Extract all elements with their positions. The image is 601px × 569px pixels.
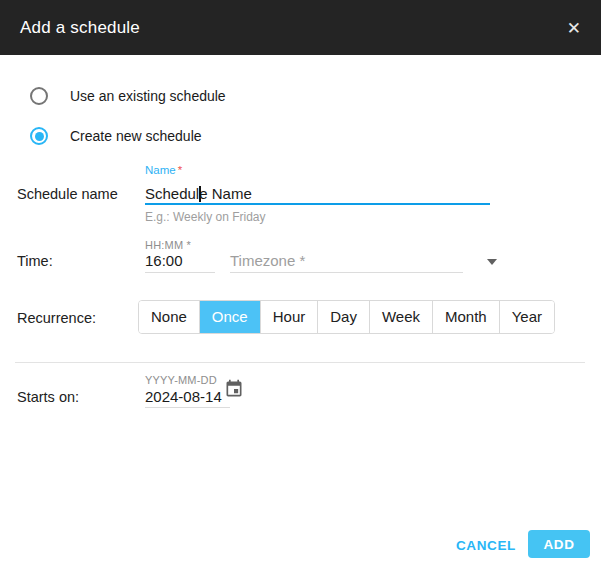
start-date-input[interactable]: 2024-08-14 [145, 388, 222, 405]
schedule-name-row-label: Schedule name [17, 186, 118, 202]
recurrence-option-month[interactable]: Month [433, 301, 500, 333]
date-format-label: YYYY-MM-DD [145, 374, 217, 386]
radio-label: Create new schedule [70, 128, 202, 144]
recurrence-option-day[interactable]: Day [318, 301, 370, 333]
radio-unselected-icon[interactable] [30, 87, 48, 105]
recurrence-button-group: None Once Hour Day Week Month Year [138, 300, 555, 334]
hhmm-field-label: HH:MM * [145, 239, 191, 251]
time-input-underline [145, 272, 215, 273]
recurrence-option-once[interactable]: Once [200, 301, 261, 333]
close-icon[interactable]: ✕ [563, 15, 585, 40]
date-input-underline [145, 407, 230, 408]
radio-label: Use an existing schedule [70, 88, 226, 104]
radio-use-existing-schedule[interactable]: Use an existing schedule [30, 87, 226, 105]
timezone-underline [230, 272, 463, 273]
calendar-icon[interactable] [224, 379, 244, 399]
dialog-header: Add a schedule ✕ [0, 0, 601, 55]
timezone-select[interactable]: Timezone * [230, 252, 305, 269]
dialog-title: Add a schedule [20, 18, 140, 38]
chevron-down-icon[interactable] [487, 259, 497, 265]
recurrence-option-none[interactable]: None [139, 301, 200, 333]
name-field-label: Name* [145, 164, 182, 176]
cancel-button[interactable]: CANCEL [452, 536, 520, 555]
recurrence-option-week[interactable]: Week [370, 301, 433, 333]
add-button[interactable]: ADD [528, 530, 590, 558]
radio-selected-icon[interactable] [30, 127, 48, 145]
recurrence-option-year[interactable]: Year [500, 301, 554, 333]
time-row-label: Time: [17, 253, 53, 269]
starts-on-row-label: Starts on: [17, 389, 79, 405]
text-cursor [199, 186, 201, 202]
name-input-underline [145, 203, 490, 205]
time-input[interactable]: 16:00 [145, 252, 183, 269]
recurrence-option-hour[interactable]: Hour [261, 301, 319, 333]
radio-create-new-schedule[interactable]: Create new schedule [30, 127, 202, 145]
section-divider [15, 362, 585, 363]
name-hint-text: E.g.: Weekly on Friday [145, 210, 266, 224]
add-schedule-dialog: Add a schedule ✕ Use an existing schedul… [0, 0, 601, 569]
required-asterisk: * [178, 164, 182, 176]
recurrence-row-label: Recurrence: [17, 310, 96, 326]
radio-dot [35, 132, 44, 141]
